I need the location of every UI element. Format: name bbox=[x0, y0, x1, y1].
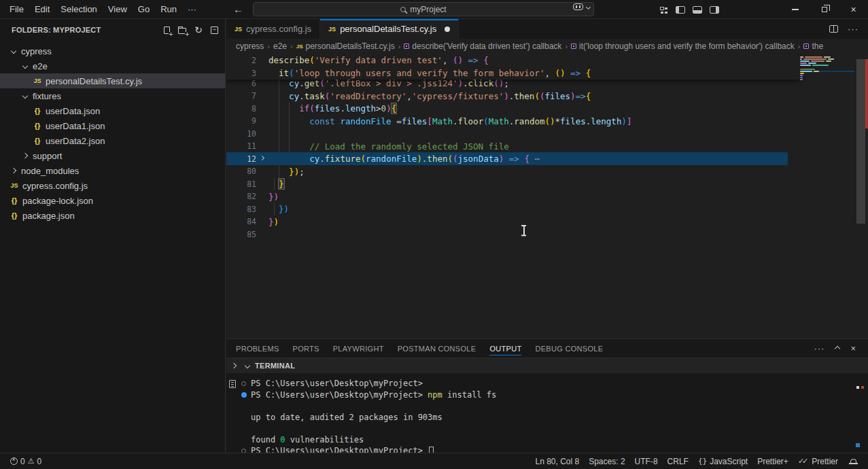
status-bell[interactable] bbox=[843, 454, 864, 469]
tree-item-userData-json[interactable]: {}userData.json bbox=[0, 103, 225, 118]
terminal-output[interactable]: PS C:\Users\user\Desktop\myProject>PS C:… bbox=[226, 374, 868, 453]
line-number[interactable]: 84 bbox=[226, 217, 256, 226]
panel-tab-output[interactable]: OUTPUT bbox=[489, 339, 521, 358]
restore-button[interactable] bbox=[810, 0, 839, 19]
refresh-icon[interactable]: ↻ bbox=[194, 27, 203, 33]
tree-item-package-json[interactable]: {}package.json bbox=[0, 208, 225, 223]
code-line-84[interactable]: 84}) bbox=[226, 215, 868, 228]
line-number[interactable]: 10 bbox=[226, 129, 256, 139]
command-center-search[interactable]: myProject bbox=[253, 2, 594, 16]
breadcrumb-item[interactable]: e2e bbox=[273, 41, 287, 51]
toggle-sidebar-icon[interactable] bbox=[676, 6, 685, 14]
line-number[interactable]: 11 bbox=[226, 141, 256, 151]
breadcrumb-item[interactable]: the bbox=[803, 41, 823, 51]
tree-item-e2e[interactable]: e2e bbox=[0, 58, 225, 73]
maximize-panel-icon[interactable] bbox=[835, 345, 840, 351]
fold-chevron-icon[interactable] bbox=[260, 156, 264, 160]
copilot-button[interactable] bbox=[573, 3, 590, 10]
menu-view[interactable]: View bbox=[103, 2, 133, 16]
tree-item-support[interactable]: support bbox=[0, 148, 225, 163]
line-number[interactable]: 81 bbox=[226, 179, 256, 189]
menu-[interactable]: ··· bbox=[182, 2, 202, 16]
tab-personalDetailsTest-cy-js[interactable]: JSpersonalDetailsTest.cy.js bbox=[320, 19, 459, 39]
panel-tab-postman-console[interactable]: POSTMAN CONSOLE bbox=[398, 339, 476, 358]
chevron-down-icon[interactable] bbox=[245, 363, 250, 368]
terminal-section-header[interactable]: TERMINAL bbox=[226, 358, 868, 373]
code-line-83[interactable]: 83 }) bbox=[226, 203, 868, 215]
editor-scrollbar[interactable] bbox=[856, 59, 865, 224]
new-file-icon[interactable] bbox=[164, 27, 170, 34]
tree-item-cypress-config-js[interactable]: JScypress.config.js bbox=[0, 178, 225, 193]
sticky-scroll[interactable]: 2describe('Verify data driven test', () … bbox=[226, 54, 800, 80]
status-utf-8[interactable]: UTF-8 bbox=[630, 454, 663, 469]
menu-go[interactable]: Go bbox=[133, 2, 155, 16]
panel-more-actions-icon[interactable]: ··· bbox=[814, 343, 824, 353]
minimap[interactable] bbox=[800, 56, 854, 81]
menu-file[interactable]: File bbox=[4, 2, 29, 16]
line-number[interactable]: 8 bbox=[226, 104, 256, 114]
tree-item-fixtures[interactable]: fixtures bbox=[0, 88, 225, 103]
chevron-right-icon[interactable] bbox=[231, 363, 237, 368]
panel-tab-ports[interactable]: PORTS bbox=[293, 339, 319, 358]
code-line-82[interactable]: 82}) bbox=[226, 190, 868, 203]
breadcrumb-item[interactable]: describe('Verify data driven test') call… bbox=[404, 41, 561, 51]
problems-status[interactable]: 0 ⚠ 0 bbox=[5, 454, 46, 469]
menu-run[interactable]: Run bbox=[155, 2, 182, 16]
code-line-80[interactable]: 80 }); bbox=[226, 165, 868, 178]
close-button[interactable]: × bbox=[839, 0, 868, 19]
tab-cypress-config-js[interactable]: JScypress.config.js bbox=[226, 19, 320, 39]
editor-more-actions-icon[interactable]: ··· bbox=[848, 24, 858, 34]
code-line-81[interactable]: 81 } bbox=[226, 177, 868, 190]
status-prettier-[interactable]: Prettier+ bbox=[752, 454, 793, 469]
code-line-12[interactable]: 12 cy.fixture(randonFile).then((jsonData… bbox=[226, 152, 868, 165]
toggle-secondary-sidebar-icon[interactable] bbox=[710, 6, 719, 14]
new-folder-icon[interactable] bbox=[178, 28, 186, 34]
status-javascript[interactable]: {}JavaScript bbox=[693, 454, 752, 469]
code-line-7[interactable]: 7 cy.task('readDirectory','cypress/fixtu… bbox=[226, 90, 868, 103]
line-number[interactable]: 6 bbox=[226, 79, 256, 88]
tree-item-package-lock-json[interactable]: {}package-lock.json bbox=[0, 193, 225, 208]
breadcrumb-item[interactable]: cypress bbox=[236, 41, 264, 51]
status-crlf[interactable]: CRLF bbox=[663, 454, 693, 469]
line-number[interactable]: 7 bbox=[226, 91, 256, 101]
breadcrumb-item[interactable]: it('loop through users and verify the fo… bbox=[571, 41, 795, 51]
menu-edit[interactable]: Edit bbox=[29, 2, 55, 16]
modified-dot-icon[interactable] bbox=[445, 27, 450, 32]
code-editor[interactable]: 6 cy.get('.leftBox > div > .jss124').cli… bbox=[226, 54, 868, 338]
code-line-10[interactable]: 10 bbox=[226, 127, 868, 140]
status-ln-80-col-8[interactable]: Ln 80, Col 8 bbox=[530, 454, 584, 469]
tree-item-node-modules[interactable]: node_modules bbox=[0, 163, 225, 178]
customize-layout-icon[interactable] bbox=[659, 6, 668, 14]
tree-item-userData2-json[interactable]: {}userData2.json bbox=[0, 133, 225, 148]
panel-tab-problems[interactable]: PROBLEMS bbox=[236, 339, 279, 358]
code-line-8[interactable]: 8 if(files.length>0){ bbox=[226, 102, 868, 115]
status-prettier[interactable]: ✓✓Prettier bbox=[793, 454, 843, 469]
code-line-85[interactable]: 85 bbox=[226, 228, 868, 241]
split-editor-icon[interactable] bbox=[829, 25, 838, 33]
code-line-3[interactable]: 3 it('loop through users and verify the … bbox=[226, 67, 800, 80]
back-icon[interactable]: ← bbox=[233, 3, 243, 15]
menu-selection[interactable]: Selection bbox=[55, 2, 102, 16]
line-number[interactable]: 80 bbox=[226, 167, 256, 176]
line-number[interactable]: 3 bbox=[226, 69, 256, 78]
code-line-2[interactable]: 2describe('Verify data driven test', () … bbox=[226, 54, 800, 67]
tree-item-personalDetailsTest-cy-js[interactable]: JSpersonalDetailsTest.cy.js bbox=[0, 73, 225, 88]
line-number[interactable]: 82 bbox=[226, 192, 256, 201]
line-number[interactable]: 83 bbox=[226, 205, 256, 214]
panel-tab-playwright[interactable]: PLAYWRIGHT bbox=[333, 339, 384, 358]
tree-item-cypress[interactable]: cypress bbox=[0, 44, 225, 58]
status-spaces-2[interactable]: Spaces: 2 bbox=[584, 454, 629, 469]
breadcrumb-item[interactable]: JSpersonalDetailsTest.cy.js bbox=[296, 41, 395, 51]
line-number[interactable]: 9 bbox=[226, 116, 256, 126]
line-number[interactable]: 85 bbox=[226, 230, 256, 239]
collapse-folders-icon[interactable] bbox=[211, 27, 218, 34]
code-line-9[interactable]: 9 const randonFile =files[Math.floor(Mat… bbox=[226, 115, 868, 128]
line-number[interactable]: 2 bbox=[226, 56, 256, 65]
tree-item-userData1-json[interactable]: {}userData1.json bbox=[0, 118, 225, 133]
close-panel-icon[interactable]: × bbox=[850, 343, 856, 353]
toggle-panel-icon[interactable] bbox=[693, 6, 702, 14]
panel-tab-debug-console[interactable]: DEBUG CONSOLE bbox=[535, 339, 603, 358]
line-number[interactable]: 12 bbox=[226, 154, 256, 164]
minimize-button[interactable] bbox=[780, 0, 810, 19]
code-line-11[interactable]: 11 // Load the randomly selected JSON fi… bbox=[226, 140, 868, 153]
